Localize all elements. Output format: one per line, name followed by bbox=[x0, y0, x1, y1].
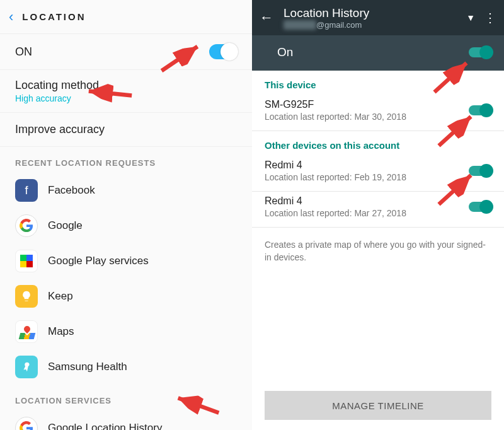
locating-method-title: Locating method bbox=[15, 79, 237, 92]
app-name: Keep bbox=[48, 290, 73, 303]
page-title: LOCATION bbox=[22, 11, 86, 22]
app-name: Maps bbox=[48, 325, 74, 338]
device-last-reported: Location last reported: Mar 27, 2018 bbox=[265, 208, 406, 218]
device-last-reported: Location last reported: Feb 19, 2018 bbox=[265, 172, 406, 182]
maps-icon bbox=[15, 320, 38, 343]
google-icon bbox=[15, 214, 38, 237]
app-item-samsung-health[interactable]: Samsung Health bbox=[0, 349, 252, 385]
app-item-keep[interactable]: Keep bbox=[0, 279, 252, 314]
locating-method-subtitle: High accuracy bbox=[15, 93, 237, 103]
locating-method-row[interactable]: Locating method High accuracy bbox=[0, 70, 252, 113]
device-row[interactable]: Redmi 4 Location last reported: Mar 27, … bbox=[252, 192, 504, 228]
account-dropdown-icon[interactable]: ▼ bbox=[466, 13, 475, 23]
samsung-health-icon bbox=[15, 356, 38, 378]
left-panel: ‹ LOCATION ON Locating method High accur… bbox=[0, 0, 252, 430]
play-services-icon bbox=[15, 250, 38, 272]
facebook-icon: f bbox=[15, 179, 38, 202]
google-icon bbox=[15, 417, 38, 430]
left-titlebar: ‹ LOCATION bbox=[0, 0, 252, 34]
services-section-label: LOCATION SERVICES bbox=[0, 385, 252, 410]
app-item-google[interactable]: Google bbox=[0, 208, 252, 243]
location-toggle-label: ON bbox=[15, 45, 32, 59]
manage-timeline-button[interactable]: MANAGE TIMELINE bbox=[265, 391, 491, 420]
right-panel: ← Location History xxxxxxxx@gmail.com ▼ … bbox=[252, 0, 504, 430]
device-toggle-switch[interactable] bbox=[469, 105, 491, 115]
service-item-location-history[interactable]: Google Location History bbox=[0, 410, 252, 430]
recent-section-label: RECENT LOCATION REQUESTS bbox=[0, 147, 252, 173]
device-row[interactable]: Redmi 4 Location last reported: Feb 19, … bbox=[252, 156, 504, 192]
app-name: Facebook bbox=[48, 184, 95, 197]
appbar-account: xxxxxxxx@gmail.com bbox=[284, 20, 457, 30]
location-toggle-switch[interactable] bbox=[209, 44, 237, 59]
appbar-title: Location History bbox=[284, 6, 457, 20]
back-icon[interactable]: ‹ bbox=[9, 9, 13, 25]
history-toggle-row[interactable]: On bbox=[252, 35, 504, 71]
back-icon[interactable]: ← bbox=[260, 9, 273, 26]
device-toggle-switch[interactable] bbox=[469, 166, 491, 176]
overflow-menu-icon[interactable]: ⋮ bbox=[484, 10, 496, 25]
location-toggle-row[interactable]: ON bbox=[0, 34, 252, 70]
improve-accuracy-title: Improve accuracy bbox=[15, 123, 105, 136]
other-devices-section-label: Other devices on this account bbox=[252, 131, 504, 156]
service-name: Google Location History bbox=[48, 422, 162, 430]
device-last-reported: Location last reported: Mar 30, 2018 bbox=[265, 112, 406, 122]
app-item-facebook[interactable]: f Facebook bbox=[0, 173, 252, 208]
device-name: SM-G925F bbox=[265, 99, 406, 110]
right-appbar: ← Location History xxxxxxxx@gmail.com ▼ … bbox=[252, 0, 504, 35]
appbar-titles: Location History xxxxxxxx@gmail.com bbox=[284, 6, 457, 30]
history-toggle-label: On bbox=[277, 45, 293, 59]
device-row[interactable]: SM-G925F Location last reported: Mar 30,… bbox=[252, 95, 504, 131]
history-toggle-switch[interactable] bbox=[469, 47, 491, 57]
this-device-section-label: This device bbox=[252, 71, 504, 95]
app-name: Google bbox=[48, 219, 83, 232]
keep-icon bbox=[15, 285, 38, 308]
device-name: Redmi 4 bbox=[265, 195, 406, 207]
improve-accuracy-row[interactable]: Improve accuracy bbox=[0, 113, 252, 147]
device-toggle-switch[interactable] bbox=[469, 202, 491, 212]
app-name: Google Play services bbox=[48, 255, 149, 267]
device-name: Redmi 4 bbox=[265, 160, 406, 171]
app-item-maps[interactable]: Maps bbox=[0, 314, 252, 349]
app-item-play-services[interactable]: Google Play services bbox=[0, 243, 252, 279]
app-name: Samsung Health bbox=[48, 361, 127, 373]
history-description: Creates a private map of where you go wi… bbox=[252, 228, 504, 277]
